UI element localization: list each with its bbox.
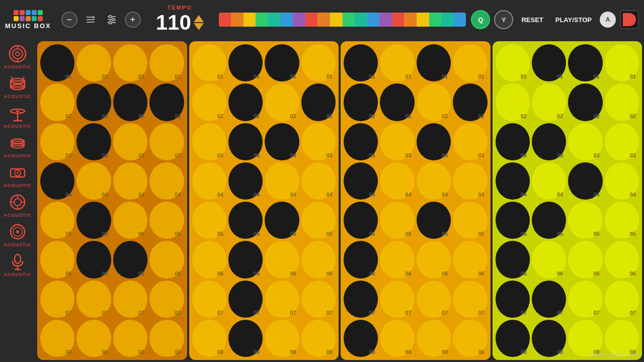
drum-pad[interactable]: 05	[453, 202, 487, 239]
drum-pad[interactable]: 04	[496, 162, 530, 200]
drum-pad[interactable]: 05	[149, 202, 184, 239]
sidebar-item-acoustic-4[interactable]: ACOUSTIC	[0, 131, 35, 160]
drum-pad[interactable]: 08	[301, 320, 336, 357]
drum-pad[interactable]: 05	[113, 202, 147, 239]
drum-pad[interactable]: 04	[301, 162, 336, 200]
drum-pad[interactable]: 03	[568, 123, 602, 160]
drum-pad[interactable]: 08	[380, 320, 414, 357]
drum-pad[interactable]: 08	[192, 320, 226, 357]
drum-pad[interactable]: 05	[40, 202, 74, 239]
sidebar-item-acoustic-1[interactable]: ACOUSTIC	[0, 42, 35, 71]
drum-pad[interactable]: 05	[76, 202, 111, 239]
drum-pad[interactable]: 06	[228, 241, 263, 278]
drum-pad[interactable]: 07	[301, 281, 336, 318]
reset-button[interactable]: RESET	[517, 14, 547, 26]
drum-pad[interactable]: 08	[76, 320, 111, 357]
drum-pad[interactable]: 01	[192, 44, 226, 81]
y-button[interactable]: Y	[494, 10, 513, 29]
drum-pad[interactable]: 02	[113, 83, 147, 121]
drum-pad[interactable]: 07	[192, 281, 226, 318]
drum-pad[interactable]: 03	[149, 123, 184, 160]
sidebar-item-acoustic-3[interactable]: ACOUSTIC	[0, 101, 35, 131]
drum-pad[interactable]: 02	[40, 83, 74, 121]
drum-pad[interactable]: 03	[453, 123, 487, 160]
drum-pad[interactable]: 06	[380, 241, 414, 278]
color-bar[interactable]	[219, 13, 466, 27]
drum-pad[interactable]: 06	[192, 241, 226, 278]
drum-pad[interactable]: 06	[453, 241, 487, 278]
drum-pad[interactable]: 02	[496, 83, 530, 121]
drum-pad[interactable]: 01	[149, 44, 184, 81]
drum-pad[interactable]: 01	[568, 44, 602, 81]
drum-pad[interactable]: 08	[344, 320, 378, 357]
drum-pad[interactable]: 03	[496, 123, 530, 160]
drum-pad[interactable]: 06	[532, 241, 566, 278]
drum-pad[interactable]: 02	[532, 83, 566, 121]
drum-pad[interactable]: 06	[417, 241, 451, 278]
drum-pad[interactable]: 08	[605, 320, 639, 357]
drum-pad[interactable]: 07	[380, 281, 414, 318]
drum-pad[interactable]: 03	[417, 123, 451, 160]
drum-pad[interactable]: 06	[76, 241, 111, 278]
drum-pad[interactable]: 02	[453, 83, 487, 121]
drum-pad[interactable]: 06	[40, 241, 74, 278]
sort-icon[interactable]	[83, 12, 99, 28]
drum-pad[interactable]: 05	[417, 202, 451, 239]
drum-pad[interactable]: 04	[265, 162, 299, 200]
drum-pad[interactable]: 01	[496, 44, 530, 81]
drum-pad[interactable]: 08	[265, 320, 299, 357]
settings-icon[interactable]	[104, 12, 120, 28]
drum-pad[interactable]: 05	[605, 202, 639, 239]
drum-pad[interactable]: 08	[453, 320, 487, 357]
drum-pad[interactable]: 03	[344, 123, 378, 160]
drum-pad[interactable]: 02	[380, 83, 414, 121]
drum-pad[interactable]: 08	[568, 320, 602, 357]
drum-pad[interactable]: 06	[301, 241, 336, 278]
drum-pad[interactable]: 04	[149, 162, 184, 200]
drum-pad[interactable]: 02	[568, 83, 602, 121]
drum-pad[interactable]: 04	[605, 162, 639, 200]
drum-pad[interactable]: 03	[532, 123, 566, 160]
drum-pad[interactable]: 02	[344, 83, 378, 121]
drum-pad[interactable]: 03	[228, 123, 263, 160]
sidebar-item-acoustic-6[interactable]: ACOUSTIC	[0, 190, 35, 220]
drum-pad[interactable]: 04	[228, 162, 263, 200]
drum-pad[interactable]: 01	[40, 44, 74, 81]
d-button[interactable]	[620, 10, 639, 29]
drum-pad[interactable]: 06	[113, 241, 147, 278]
drum-pad[interactable]: 07	[496, 281, 530, 318]
drum-pad[interactable]: 05	[228, 202, 263, 239]
drum-pad[interactable]: 08	[496, 320, 530, 357]
drum-pad[interactable]: 04	[344, 162, 378, 200]
drum-pad[interactable]: 03	[76, 123, 111, 160]
drum-pad[interactable]: 08	[40, 320, 74, 357]
drum-pad[interactable]: 07	[568, 281, 602, 318]
drum-pad[interactable]: 07	[265, 281, 299, 318]
drum-pad[interactable]: 04	[568, 162, 602, 200]
drum-pad[interactable]: 04	[76, 162, 111, 200]
drum-pad[interactable]: 06	[149, 241, 184, 278]
drum-pad[interactable]: 05	[344, 202, 378, 239]
drum-pad[interactable]: 04	[40, 162, 74, 200]
drum-pad[interactable]: 01	[228, 44, 263, 81]
drum-pad[interactable]: 05	[301, 202, 336, 239]
drum-pad[interactable]: 02	[76, 83, 111, 121]
drum-pad[interactable]: 03	[113, 123, 147, 160]
sidebar-item-acoustic-2[interactable]: ACOUSTIC	[0, 71, 35, 101]
drum-pad[interactable]: 02	[301, 83, 336, 121]
drum-pad[interactable]: 06	[496, 241, 530, 278]
drum-pad[interactable]: 07	[532, 281, 566, 318]
drum-pad[interactable]: 01	[113, 44, 147, 81]
drum-pad[interactable]: 03	[192, 123, 226, 160]
drum-pad[interactable]: 02	[605, 83, 639, 121]
drum-pad[interactable]: 01	[380, 44, 414, 81]
drum-pad[interactable]: 08	[149, 320, 184, 357]
minus-button[interactable]: −	[61, 12, 77, 28]
drum-pad[interactable]: 07	[453, 281, 487, 318]
tempo-down-arrow[interactable]	[194, 23, 204, 30]
drum-pad[interactable]: 06	[605, 241, 639, 278]
drum-pad[interactable]: 04	[453, 162, 487, 200]
drum-pad[interactable]: 03	[301, 123, 336, 160]
drum-pad[interactable]: 01	[532, 44, 566, 81]
drum-pad[interactable]: 01	[76, 44, 111, 81]
